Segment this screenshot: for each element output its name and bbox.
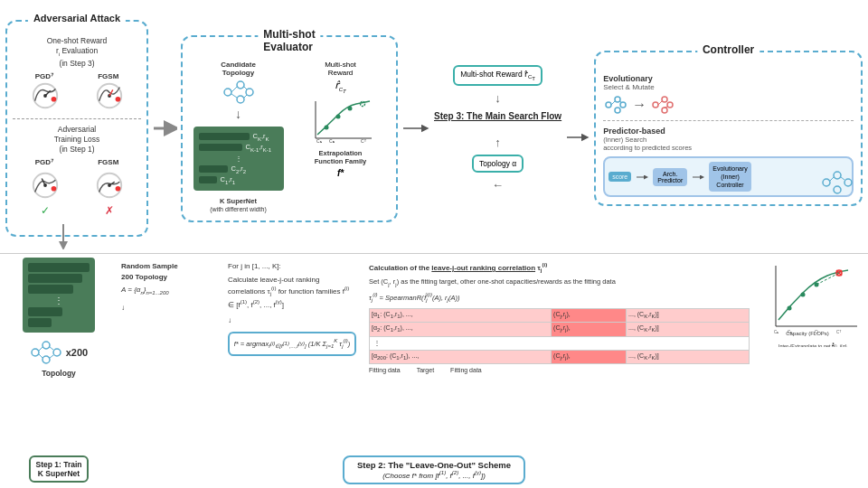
ms-right: Multi-shotReward r̂CT: [292, 61, 389, 213]
svg-text:Inter-/Extrapolate to get f̂(i: Inter-/Extrapolate to get f̂(i)_j(α): [778, 343, 847, 347]
step1-panel: ⋮ x200 Topology: [5, 258, 112, 483]
svg-line-22: [244, 87, 247, 89]
step2-sub: (Choose f* from [f(1), f(2), ..., f(γ)]): [382, 472, 486, 480]
svg-point-38: [615, 97, 620, 102]
random-sample-formula: A = {αn}n=1...200: [121, 285, 215, 297]
svg-point-11: [51, 186, 56, 192]
svg-point-37: [606, 102, 611, 108]
svg-point-17: [224, 89, 231, 96]
extrapolation-chart: C₁ C₂ CT Reward: [307, 97, 374, 146]
pgd-header2: PGD⁷: [35, 158, 53, 166]
svg-text:C₁: C₁: [774, 330, 778, 334]
step3-title: Step 3: The Main Search Flow: [434, 110, 561, 123]
arch-predictor-inner: Arch.Predictor: [653, 168, 687, 186]
calc-subtext: Set (Cj, rj) as the fitting target, othe…: [369, 277, 750, 289]
svg-point-60: [42, 356, 50, 363]
table-legends: Fitting data Target Fitting data: [369, 366, 750, 376]
pred-arrow: [691, 172, 705, 183]
stack-bar5: [28, 318, 52, 327]
multishot-title: Multi-shotEvaluator: [258, 28, 320, 53]
evo-inner-controller: Evolutionary(Inner)Controller: [709, 162, 751, 192]
adversarial-title: Adversarial Attack: [28, 13, 126, 23]
for-j-header: For j in [1, ..., K]:: [228, 261, 356, 272]
target-label: Target: [417, 366, 434, 376]
sn-label-k1: CK-1,rK-1: [246, 143, 272, 153]
oneshot-label: One-shot Rewardri Evaluation(in Step 3): [13, 36, 141, 69]
sn-bar-k1: [199, 144, 242, 151]
leaveout-panel: For j in [1, ..., K]: Calculate leave-j-…: [224, 258, 360, 483]
svg-point-53: [844, 179, 852, 186]
fstar-label: f*: [337, 168, 344, 178]
svg-point-54: [834, 186, 841, 193]
svg-point-7: [115, 97, 120, 102]
sn-item-2: C2,r2: [199, 164, 278, 174]
stack-bar3: [28, 285, 73, 294]
topology-alpha-box: Topology α: [472, 155, 524, 173]
svg-line-55: [830, 177, 834, 181]
svg-point-19: [246, 89, 253, 96]
arrow3-container: [565, 112, 590, 145]
fitting-data-label2: Fitting data: [450, 366, 482, 376]
svg-text:C₁: C₁: [316, 138, 322, 144]
adv-training-section: AdversarialTraining Loss(in Step 1) PGD⁷…: [13, 125, 141, 217]
topo-icon-bottom: [30, 340, 62, 365]
svg-text:CT: CT: [361, 138, 367, 144]
arrow-down-calc: ↓: [228, 315, 356, 326]
adv-training-headers: PGD⁷ FGSM: [13, 158, 141, 166]
predictor-title: Predictor-based: [603, 127, 854, 136]
divider1: [13, 118, 141, 119]
evo-icons: →: [603, 95, 854, 115]
arrow2-container: [401, 121, 430, 136]
gauge3: [30, 170, 61, 201]
svg-point-27: [325, 125, 329, 129]
svg-point-67: [788, 306, 792, 311]
sn-bar-1: [199, 176, 217, 183]
score-arrow: [635, 172, 649, 183]
stack-dots: ⋮: [28, 296, 90, 305]
adv-training-label: AdversarialTraining Loss(in Step 1): [13, 125, 141, 155]
svg-text:C₂: C₂: [329, 138, 335, 144]
svg-text:C₂: C₂: [788, 330, 792, 334]
svg-point-45: [667, 102, 673, 108]
evo-topo1: [603, 95, 628, 115]
gauge-row2: [13, 170, 141, 201]
multishot-inner: CandidateTopology ↓: [190, 53, 389, 213]
pgd-header1: PGD⁷: [35, 72, 53, 80]
svg-point-68: [801, 293, 806, 297]
gauge2: [94, 80, 125, 111]
controller-title: Controller: [697, 43, 760, 56]
check-icon: ✓: [41, 204, 50, 217]
svg-line-41: [611, 101, 615, 105]
calc-main-panel: Calculation of the leave-j-out ranking c…: [365, 258, 753, 483]
top-half: Adversarial Attack One-shot Rewardri Eva…: [0, 0, 868, 253]
svg-point-59: [53, 349, 61, 356]
sn-bar-2: [199, 165, 228, 173]
stack-bar1: [28, 263, 90, 272]
evolutionary-title: Evolutionary: [603, 74, 854, 83]
stack-bar2: [28, 274, 82, 283]
ms-left: CandidateTopology ↓: [190, 61, 287, 213]
svg-line-24: [244, 95, 247, 98]
bottom-chart: Reward Capacity (FLOPs) C₁ C₂ Cj CT Inte…: [762, 261, 860, 347]
svg-point-52: [834, 172, 841, 179]
ctrl-topo-svg: [821, 170, 854, 195]
middle-rewards: Multi-shot Reward r̂CT ↓ Step 3: The Mai…: [434, 65, 561, 192]
left-arrow-mid: ←: [492, 178, 504, 192]
candidate-topology-icon: [222, 80, 255, 105]
svg-point-58: [42, 342, 50, 349]
predictor-section: Predictor-based (Inner) Searchaccording …: [603, 127, 854, 198]
multishot-reward-box: Multi-shot Reward r̂CT: [453, 65, 542, 87]
calc-leaveout-text: Calculate leave-j-out ranking correlatio…: [228, 275, 356, 310]
sn-dots: ⋮: [199, 155, 278, 163]
gauge-svg3: [30, 170, 61, 201]
reward-hat-symbol: r̂CT: [335, 80, 346, 94]
topo-x200: x200: [30, 340, 88, 365]
spearman-formula: τj(i) = SpearmanR(f̂j(i)(A), rj(A)): [369, 291, 750, 305]
controller-box: Controller Evolutionary Select & Mutate: [594, 51, 863, 207]
alpha-row-200: [α200: (C1,r1), ..., (Cj,rj), ..., (CK,r…: [370, 350, 750, 363]
alpha-row-2: [α2: (C1,r1), ..., (Cj,rj), ..., (CK,rK)…: [370, 323, 750, 336]
sn-label-1: C1,r1: [221, 175, 236, 185]
oneshot-section: One-shot Rewardri Evaluation(in Step 3) …: [13, 36, 141, 111]
stack-bar4: [28, 307, 62, 316]
fgsm-header1: FGSM: [98, 72, 118, 80]
